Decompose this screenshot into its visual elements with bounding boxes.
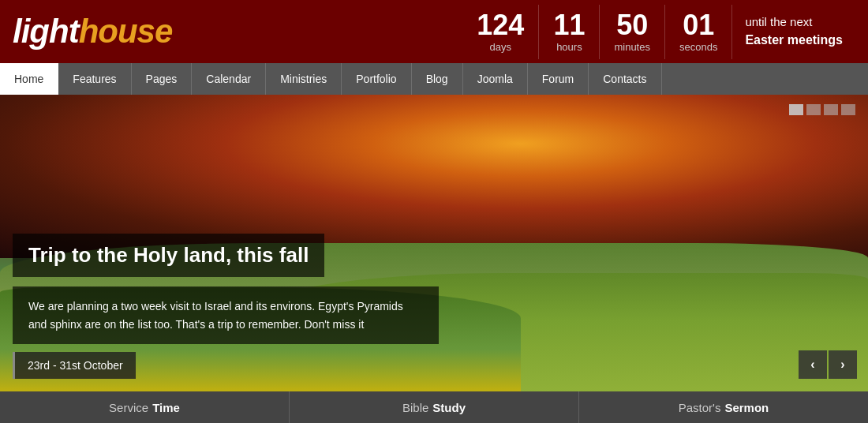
footer-pastor-normal: Pastor's [679,401,721,414]
header: light house 124 days 11 hours 50 minutes… [0,0,868,63]
footer-bar: Service Time Bible Study Pastor's Sermon [0,391,868,423]
event-text: Easter meetings [745,31,843,50]
minutes-number: 50 [616,11,648,39]
countdown: 124 days 11 hours 50 minutes 01 seconds … [462,5,855,59]
slide-dot-1[interactable] [789,104,803,115]
nav-item-calendar[interactable]: Calendar [192,63,266,95]
nav-item-pages[interactable]: Pages [132,63,193,95]
footer-service-normal: Service [109,401,148,414]
slide-title-box: Trip to the Holy land, this fall [13,234,324,277]
hours-label: hours [556,41,582,53]
countdown-seconds: 01 seconds [665,5,732,59]
slide-dot-2[interactable] [806,104,821,115]
until-text: until the next [745,13,812,32]
footer-bible-normal: Bible [402,401,428,414]
navigation: Home Features Pages Calendar Ministries … [0,63,868,95]
footer-item-service-time[interactable]: Service Time [0,391,290,423]
slide-date: 23rd - 31st October [28,359,123,372]
footer-bible-bold: Study [432,401,466,414]
logo[interactable]: light house [13,13,172,51]
countdown-event-text: until the next Easter meetings [732,7,855,57]
slide-date-box: 23rd - 31st October [13,352,136,379]
prev-button[interactable]: ‹ [799,350,827,379]
slide-dot-4[interactable] [841,104,855,115]
logo-house: house [79,13,173,51]
countdown-days: 124 days [462,5,539,59]
slider: Trip to the Holy land, this fall We are … [0,95,868,391]
nav-item-portfolio[interactable]: Portfolio [342,63,411,95]
nav-item-features[interactable]: Features [58,63,131,95]
footer-pastor-bold: Sermon [724,401,769,414]
nav-item-blog[interactable]: Blog [412,63,463,95]
countdown-hours: 11 hours [539,5,600,59]
nav-item-contacts[interactable]: Contacts [589,63,661,95]
footer-item-bible-study[interactable]: Bible Study [290,391,579,423]
seconds-number: 01 [683,11,714,39]
slide-dot-3[interactable] [824,104,838,115]
nav-item-ministries[interactable]: Ministries [266,63,342,95]
slide-description-box: We are planning a two week visit to Isra… [13,286,439,344]
seconds-label: seconds [679,41,717,53]
footer-service-bold: Time [152,401,180,414]
nav-item-forum[interactable]: Forum [528,63,589,95]
footer-item-pastors-sermon[interactable]: Pastor's Sermon [579,391,868,423]
days-number: 124 [477,11,524,39]
next-button[interactable]: › [829,350,857,379]
nav-item-home[interactable]: Home [0,63,58,95]
nav-item-joomla[interactable]: Joomla [463,63,528,95]
minutes-label: minutes [614,41,650,53]
slide-dots [789,104,855,115]
hours-number: 11 [553,11,585,39]
logo-light: light [13,13,79,51]
slide-description: We are planning a two week visit to Isra… [28,300,403,330]
countdown-minutes: 50 minutes [600,5,665,59]
slide-title: Trip to the Holy land, this fall [28,243,309,267]
days-label: days [490,41,511,53]
